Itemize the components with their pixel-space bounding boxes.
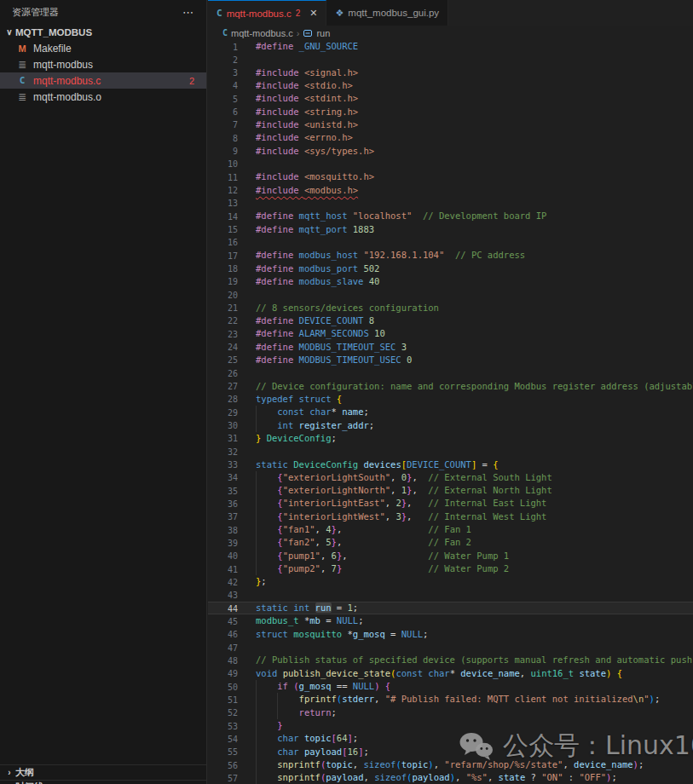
code-line-48[interactable]: 48// Publish status of specified device … [208, 654, 693, 666]
outline-section-header[interactable]: › 大纲 [0, 764, 206, 780]
code-line-20[interactable]: 20 [208, 288, 693, 301]
code-line-41[interactable]: 41 {"pump2", 7} // Water Pump 2 [208, 562, 693, 575]
line-content: #include <errno.h> [238, 131, 693, 144]
code-line-39[interactable]: 39 {"fan2", 5}, // Fan 2 [208, 536, 693, 549]
line-number: 12 [208, 184, 238, 197]
line-number: 35 [208, 484, 238, 497]
line-number: 27 [208, 380, 238, 393]
code-line-34[interactable]: 34 {"exteriorLightSouth", 0}, // Externa… [208, 471, 693, 484]
code-line-24[interactable]: 24#define MODBUS_TIMEOUT_SEC 3 [208, 341, 693, 354]
close-icon[interactable]: ✕ [309, 8, 317, 19]
line-content: #include <modbus.h> [238, 184, 693, 197]
code-line-6[interactable]: 6#include <string.h> [208, 106, 693, 118]
line-content: static DeviceConfig devices[DEVICE_COUNT… [238, 458, 693, 471]
tab-mqtt-modbus.c[interactable]: Cmqtt-modbus.c2✕ [208, 0, 326, 26]
code-line-44[interactable]: 44static int run = 1; [208, 602, 693, 614]
code-line-43[interactable]: 43 [208, 589, 693, 602]
code-line-25[interactable]: 25#define MODBUS_TIMEOUT_USEC 0 [208, 354, 693, 366]
code-line-19[interactable]: 19#define modbus_slave 40 [208, 275, 693, 288]
code-line-23[interactable]: 23#define ALARM_SECONDS 10 [208, 327, 693, 340]
line-content [238, 445, 693, 458]
code-line-4[interactable]: 4#include <stdio.h> [208, 79, 693, 92]
sidebar-item-mqtt-modbus.o[interactable]: ≣mqtt-modbus.o [0, 89, 206, 105]
code-line-35[interactable]: 35 {"exteriorLightNorth", 1}, // Externa… [208, 484, 693, 497]
code-editor[interactable]: 1#define _GNU_SOURCE23#include <signal.h… [208, 40, 693, 784]
code-line-53[interactable]: 53 } [208, 719, 693, 732]
code-line-17[interactable]: 17#define modbus_host "192.168.1.104" //… [208, 249, 693, 262]
chevron-down-icon: ∨ [3, 27, 15, 37]
code-line-30[interactable]: 30 int register_addr; [208, 419, 693, 432]
code-line-26[interactable]: 26 [208, 366, 693, 379]
code-line-21[interactable]: 21// 8 sensors/devices configuration [208, 302, 693, 314]
code-line-33[interactable]: 33static DeviceConfig devices[DEVICE_COU… [208, 458, 693, 471]
line-content: #include <stdint.h> [238, 92, 693, 105]
line-number: 42 [208, 575, 238, 588]
sidebar-item-mqtt-modbus.c[interactable]: Cmqtt-modbus.c2 [0, 72, 206, 89]
tab-label: mqtt_modbus_gui.py [348, 8, 439, 18]
code-line-51[interactable]: 51 fprintf(stderr, "# Publish failed: MQ… [208, 693, 693, 706]
code-line-45[interactable]: 45modbus_t *mb = NULL; [208, 614, 693, 627]
code-line-27[interactable]: 27// Device configuration: name and corr… [208, 380, 693, 393]
code-line-54[interactable]: 54 char topic[64]; [208, 732, 693, 745]
tab-mqtt_modbus_gui.py[interactable]: ❖mqtt_modbus_gui.py [326, 0, 448, 26]
code-line-32[interactable]: 32 [208, 445, 693, 458]
line-number: 15 [208, 223, 238, 236]
code-line-31[interactable]: 31} DeviceConfig; [208, 432, 693, 445]
code-line-14[interactable]: 14#define mqtt_host "localhost" // Devel… [208, 210, 693, 222]
explorer-more-actions-icon[interactable]: ⋯ [182, 6, 194, 19]
code-line-5[interactable]: 5#include <stdint.h> [208, 92, 693, 105]
code-line-46[interactable]: 46struct mosquitto *g_mosq = NULL; [208, 628, 693, 641]
line-number: 37 [208, 510, 238, 523]
timeline-section-header[interactable]: 时间线 [0, 780, 206, 784]
line-content: int register_addr; [238, 419, 693, 432]
line-content: if (g_mosq == NULL) { [238, 680, 693, 693]
explorer-sidebar: 资源管理器 ⋯ ∨ MQTT_MODBUS MMakefile≣mqtt-mod… [0, 0, 207, 784]
code-line-49[interactable]: 49void publish_device_state(const char* … [208, 667, 693, 680]
code-line-57[interactable]: 57 snprintf(payload, sizeof(payload), "%… [208, 771, 693, 784]
line-content: #define modbus_port 502 [238, 262, 693, 275]
line-number: 43 [208, 589, 238, 602]
code-line-2[interactable]: 2 [208, 53, 693, 66]
sidebar-item-mqtt-modbus[interactable]: ≣mqtt-modbus [0, 56, 206, 72]
code-line-28[interactable]: 28typedef struct { [208, 393, 693, 406]
code-line-40[interactable]: 40 {"pump1", 6}, // Water Pump 1 [208, 550, 693, 562]
line-number: 46 [208, 628, 238, 641]
code-line-55[interactable]: 55 char payload[16]; [208, 746, 693, 758]
code-line-9[interactable]: 9#include <sys/types.h> [208, 145, 693, 158]
code-line-1[interactable]: 1#define _GNU_SOURCE [208, 40, 693, 53]
sidebar-item-Makefile[interactable]: MMakefile [0, 40, 206, 56]
line-content [238, 641, 693, 654]
code-line-11[interactable]: 11#include <mosquitto.h> [208, 170, 693, 183]
code-line-37[interactable]: 37 {"interiorLightWest", 3}, // Internal… [208, 510, 693, 523]
line-number: 31 [208, 432, 238, 445]
file-label: mqtt-modbus.o [33, 91, 101, 103]
line-number: 13 [208, 197, 238, 210]
code-line-38[interactable]: 38 {"fan1", 4}, // Fan 1 [208, 523, 693, 536]
code-line-7[interactable]: 7#include <unistd.h> [208, 118, 693, 131]
code-line-47[interactable]: 47 [208, 641, 693, 654]
folder-mqtt-modbus[interactable]: ∨ MQTT_MODBUS [0, 24, 206, 40]
line-content [238, 53, 693, 66]
code-line-36[interactable]: 36 {"interiorLightEast", 2}, // Internal… [208, 497, 693, 510]
code-line-10[interactable]: 10 [208, 158, 693, 170]
line-number: 23 [208, 327, 238, 340]
breadcrumb-symbol[interactable]: run [316, 28, 330, 38]
code-line-18[interactable]: 18#define modbus_port 502 [208, 262, 693, 275]
code-line-15[interactable]: 15#define mqtt_port 1883 [208, 223, 693, 236]
line-content: } DeviceConfig; [238, 432, 693, 445]
code-line-3[interactable]: 3#include <signal.h> [208, 66, 693, 79]
breadcrumb-file[interactable]: mqtt-modbus.c [231, 28, 293, 38]
code-line-8[interactable]: 8#include <errno.h> [208, 131, 693, 144]
code-line-13[interactable]: 13 [208, 197, 693, 210]
folder-label: MQTT_MODBUS [15, 27, 92, 37]
code-line-56[interactable]: 56 snprintf(topic, sizeof(topic), "refar… [208, 758, 693, 771]
line-number: 7 [208, 118, 238, 131]
code-line-22[interactable]: 22#define DEVICE_COUNT 8 [208, 314, 693, 327]
code-line-52[interactable]: 52 return; [208, 706, 693, 719]
code-line-16[interactable]: 16 [208, 236, 693, 249]
code-line-50[interactable]: 50 if (g_mosq == NULL) { [208, 680, 693, 693]
code-line-29[interactable]: 29 const char* name; [208, 406, 693, 418]
code-line-42[interactable]: 42}; [208, 575, 693, 588]
line-number: 32 [208, 445, 238, 458]
code-line-12[interactable]: 12#include <modbus.h> [208, 184, 693, 197]
